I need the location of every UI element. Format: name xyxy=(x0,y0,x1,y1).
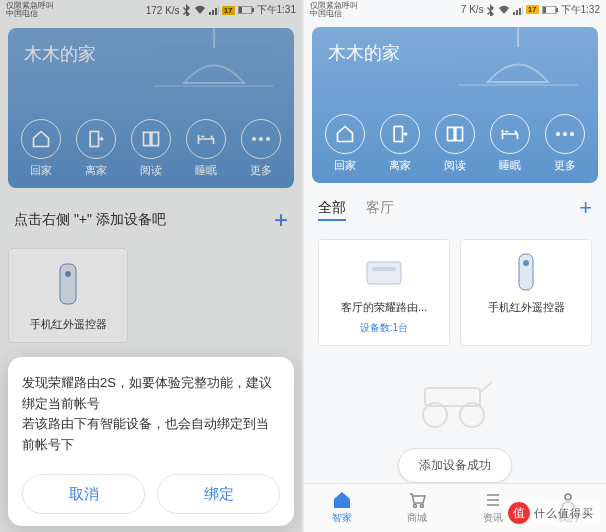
device-card-router[interactable]: 客厅的荣耀路由... 设备数:1台 xyxy=(318,239,450,346)
tab-store[interactable]: 商城 xyxy=(380,484,456,532)
watermark-icon: 值 xyxy=(508,502,530,524)
scene-away[interactable]: 离家 xyxy=(380,114,420,173)
tab-smarthome[interactable]: 智家 xyxy=(304,484,380,532)
battery-label: 17 xyxy=(526,5,539,14)
svg-rect-15 xyxy=(522,6,523,15)
wifi-icon xyxy=(498,5,510,15)
device-sub: 设备数:1台 xyxy=(360,321,408,335)
cart-icon xyxy=(407,491,427,509)
status-bar: 仅限紧急呼叫 中国电信 7 K/s 17 下午1:32 xyxy=(304,0,606,19)
svg-rect-22 xyxy=(367,262,401,284)
home-icon xyxy=(335,124,355,144)
signal-icon xyxy=(513,5,523,15)
tab-room[interactable]: 客厅 xyxy=(366,199,394,217)
hero-card: 木木的家 回家 离家 阅读 睡眠 更多 xyxy=(312,27,598,183)
home-title: 木木的家 xyxy=(328,41,400,65)
confirm-button[interactable]: 绑定 xyxy=(157,474,280,514)
svg-rect-21 xyxy=(394,127,402,142)
svg-rect-18 xyxy=(556,8,558,12)
room-tabs: 全部 客厅 + xyxy=(304,191,606,225)
svg-point-31 xyxy=(421,505,424,508)
scene-home[interactable]: 回家 xyxy=(325,114,365,173)
scene-more[interactable]: 更多 xyxy=(545,114,585,173)
svg-rect-23 xyxy=(372,267,396,271)
svg-point-30 xyxy=(414,505,417,508)
away-icon xyxy=(390,124,410,144)
clock: 下午1:32 xyxy=(561,3,600,17)
add-button[interactable]: + xyxy=(579,195,592,221)
prompt-line: 若该路由下有智能设备，也会自动绑定到当前帐号下 xyxy=(22,414,280,456)
scene-read[interactable]: 阅读 xyxy=(435,114,475,173)
scene-sleep[interactable]: 睡眠 xyxy=(490,114,530,173)
svg-rect-24 xyxy=(519,254,533,290)
svg-rect-14 xyxy=(519,8,521,15)
router-icon xyxy=(359,254,409,290)
svg-rect-13 xyxy=(516,10,518,15)
remote-icon xyxy=(516,252,536,292)
svg-point-25 xyxy=(523,260,529,266)
device-name: 手机红外遥控器 xyxy=(488,300,565,315)
phone-left: 仅限紧急呼叫 中国电信 172 K/s 17 下午1:31 木木的家 回家 xyxy=(0,0,302,532)
carrier-label: 中国电信 xyxy=(310,10,358,18)
device-name: 客厅的荣耀路由... xyxy=(341,300,427,315)
bed-icon xyxy=(500,124,520,144)
watermark: 值 什么值得买 xyxy=(502,500,600,526)
prompt-line: 发现荣耀路由2S，如要体验完整功能，建议绑定当前帐号 xyxy=(22,373,280,415)
cancel-button[interactable]: 取消 xyxy=(22,474,145,514)
network-speed: 7 K/s xyxy=(461,4,484,15)
success-toast: 添加设备成功 xyxy=(398,448,512,483)
device-card-remote[interactable]: 手机红外遥控器 xyxy=(460,239,592,346)
bind-prompt: 发现荣耀路由2S，如要体验完整功能，建议绑定当前帐号 若该路由下有智能设备，也会… xyxy=(8,357,294,526)
lamp-illustration xyxy=(458,27,578,107)
bluetooth-icon xyxy=(487,4,495,16)
home-icon xyxy=(332,491,352,509)
battery-icon xyxy=(542,6,558,14)
empty-illustration xyxy=(304,370,606,430)
phone-right: 仅限紧急呼叫 中国电信 7 K/s 17 下午1:32 木木的家 回家 离家 阅… xyxy=(304,0,606,532)
svg-rect-12 xyxy=(513,12,515,15)
more-icon xyxy=(556,132,574,136)
svg-line-29 xyxy=(480,382,492,392)
list-icon xyxy=(483,491,503,509)
tab-all[interactable]: 全部 xyxy=(318,199,346,217)
book-icon xyxy=(445,124,465,144)
svg-rect-17 xyxy=(543,7,546,13)
